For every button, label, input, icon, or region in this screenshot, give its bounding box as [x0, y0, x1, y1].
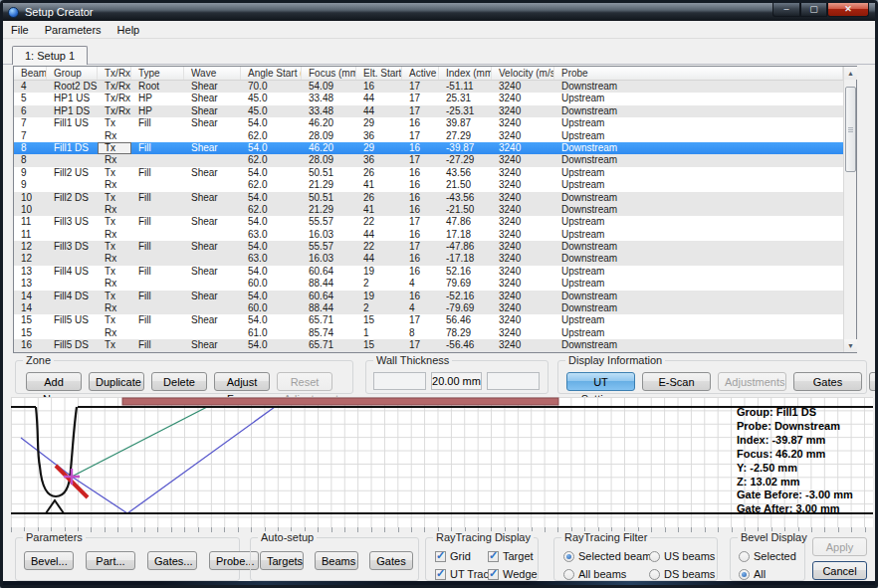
table-cell[interactable]: 3240	[492, 179, 554, 191]
table-cell[interactable]: 54.0	[241, 216, 302, 228]
table-cell[interactable]: Upstream	[554, 266, 843, 278]
table-cell[interactable]: -79.69	[439, 302, 492, 314]
scroll-up-icon[interactable]: ▲	[844, 67, 857, 80]
table-cell[interactable]: 3240	[492, 216, 554, 228]
table-cell[interactable]	[131, 229, 184, 241]
table-cell[interactable]: 39.87	[439, 117, 492, 129]
table-cell[interactable]: 3240	[492, 204, 554, 216]
table-cell[interactable]: 43.56	[439, 167, 492, 179]
table-cell[interactable]: Upstream	[554, 278, 843, 290]
minimize-button[interactable]: –	[772, 3, 800, 17]
table-cell[interactable]: Downstream	[554, 192, 843, 204]
table-cell[interactable]: Downstream	[554, 291, 843, 302]
table-cell[interactable]: Tx/Rx	[98, 93, 131, 104]
table-cell[interactable]: Fill	[131, 241, 184, 253]
table-cell[interactable]: 54.0	[241, 241, 302, 253]
raytracing-display-checkbox[interactable]: Wedge	[488, 568, 538, 580]
table-row[interactable]: 13Rx60.088.442479.693240Upstream	[14, 278, 843, 290]
table-row[interactable]: 6HP1 DSTx/RxHPShear45.033.484417-25.3132…	[14, 105, 843, 117]
table-cell[interactable]: 63.0	[241, 253, 302, 265]
table-row[interactable]: 8Fill1 DSTxFillShear54.046.202916-39.873…	[14, 142, 843, 154]
table-cell[interactable]: Shear	[184, 93, 241, 104]
table-cell[interactable]: 85.74	[302, 327, 356, 339]
table-row[interactable]: 7Rx62.028.09361727.293240Upstream	[14, 130, 843, 142]
table-cell[interactable]: Shear	[184, 266, 241, 278]
table-cell[interactable]: 60.64	[302, 291, 356, 302]
table-cell[interactable]: Downstream	[554, 339, 843, 351]
table-cell[interactable]: Downstream	[554, 154, 843, 166]
table-row[interactable]: 12Fill3 DSTxFillShear54.055.572217-47.86…	[14, 241, 843, 253]
table-cell[interactable]: 19	[356, 266, 402, 278]
table-cell[interactable]: 17	[402, 130, 439, 142]
wall-thickness-spinner-left[interactable]	[373, 372, 426, 390]
display-info-button[interactable]: Target	[869, 372, 878, 391]
table-cell[interactable]	[47, 253, 98, 265]
table-cell[interactable]: Fill1 US	[47, 117, 98, 129]
table-cell[interactable]: 17	[402, 154, 439, 166]
display-info-button[interactable]: Adjustments	[718, 372, 786, 391]
table-row[interactable]: 4Root2 DSTx/RxRootShear70.054.091617-51.…	[14, 81, 843, 93]
table-cell[interactable]: Tx/Rx	[98, 81, 131, 93]
table-cell[interactable]: Upstream	[554, 117, 843, 129]
table-cell[interactable]: 16	[402, 179, 439, 191]
table-cell[interactable]: 78.29	[439, 327, 492, 339]
table-cell[interactable]: 17	[402, 105, 439, 117]
table-cell[interactable]: Fill3 US	[47, 216, 98, 228]
table-cell[interactable]: Rx	[98, 327, 131, 339]
table-cell[interactable]: 21.29	[302, 204, 356, 216]
table-cell[interactable]: 54.0	[241, 142, 302, 154]
table-cell[interactable]: 44	[356, 229, 402, 241]
table-cell[interactable]: Shear	[184, 167, 241, 179]
table-cell[interactable]: 4	[402, 302, 439, 314]
table-cell[interactable]	[131, 253, 184, 265]
table-cell[interactable]: Fill	[131, 117, 184, 129]
menu-item[interactable]: File	[3, 22, 37, 38]
bevel-display-radio[interactable]: All	[739, 568, 796, 580]
column-header[interactable]: Wave	[184, 67, 241, 80]
table-cell[interactable]: 11	[14, 216, 47, 228]
table-cell[interactable]: 17.18	[439, 229, 492, 241]
table-cell[interactable]: 16	[402, 253, 439, 265]
raytracing-display-checkbox[interactable]: Target	[488, 550, 538, 562]
table-cell[interactable]: 44	[356, 253, 402, 265]
table-cell[interactable]: -39.87	[439, 142, 492, 154]
table-row[interactable]: 10Fill2 DSTxFillShear54.050.512616-43.56…	[14, 192, 843, 204]
table-cell[interactable]: Rx	[98, 154, 131, 166]
table-cell[interactable]	[131, 154, 184, 166]
table-cell[interactable]: Rx	[98, 229, 131, 241]
table-cell[interactable]: 29	[356, 142, 402, 154]
table-cell[interactable]: 21.50	[439, 179, 492, 191]
wall-thickness-value[interactable]: 20.00 mm	[431, 372, 482, 390]
table-cell[interactable]: 45.0	[241, 105, 302, 117]
table-cell[interactable]: 8	[402, 327, 439, 339]
raytracing-display-checkbox[interactable]: Grid	[435, 550, 495, 562]
table-row[interactable]: 16Fill5 DSTxFillShear54.065.711517-56.46…	[14, 339, 843, 351]
table-cell[interactable]	[131, 179, 184, 191]
table-cell[interactable]: 65.71	[302, 314, 356, 326]
table-cell[interactable]: 41	[356, 179, 402, 191]
table-cell[interactable]: 3240	[492, 130, 554, 142]
column-header[interactable]: Group	[47, 67, 98, 80]
tab-setup1[interactable]: 1: Setup 1	[12, 46, 88, 65]
table-cell[interactable]: Tx	[98, 167, 131, 179]
table-row[interactable]: 14Rx60.088.4424-79.693240Downstream	[14, 302, 843, 314]
table-cell[interactable]: Shear	[184, 117, 241, 129]
table-cell[interactable]	[131, 278, 184, 290]
table-cell[interactable]: 16	[402, 229, 439, 241]
table-cell[interactable]: Fill2 US	[47, 167, 98, 179]
table-cell[interactable]: 88.44	[302, 278, 356, 290]
auto-setup-button[interactable]: Beams	[315, 551, 358, 570]
table-cell[interactable]: 26	[356, 192, 402, 204]
parameters-button[interactable]: Bevel...	[24, 551, 74, 570]
zone-button[interactable]: Duplicate	[89, 372, 144, 391]
table-cell[interactable]: Tx	[98, 291, 131, 302]
table-cell[interactable]: -27.29	[439, 154, 492, 166]
zone-button[interactable]: Add New	[26, 372, 82, 391]
table-cell[interactable]: 22	[356, 216, 402, 228]
table-cell[interactable]: 46.20	[302, 117, 356, 129]
table-cell[interactable]: 3240	[492, 302, 554, 314]
table-cell[interactable]: Fill4 US	[47, 266, 98, 278]
close-button[interactable]: ✕	[827, 3, 869, 17]
table-cell[interactable]: Upstream	[554, 216, 843, 228]
table-cell[interactable]: 25.31	[439, 93, 492, 104]
